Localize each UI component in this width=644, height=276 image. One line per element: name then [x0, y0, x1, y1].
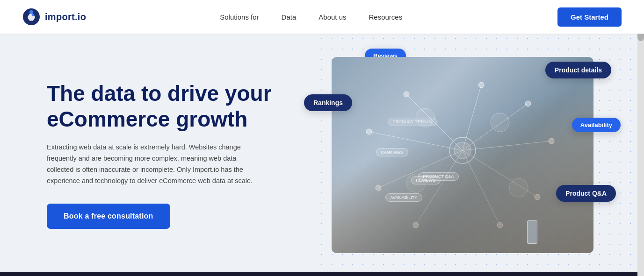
- badge-availability: Availability: [572, 118, 621, 132]
- book-consultation-button[interactable]: Book a free consultation: [47, 204, 170, 229]
- nav-solutions[interactable]: Solutions for: [220, 13, 259, 21]
- get-started-button[interactable]: Get Started: [557, 7, 622, 27]
- small-label-product-details: PRODUCT DETAILS: [388, 118, 437, 126]
- nav-resources[interactable]: Resources: [369, 13, 403, 21]
- nav-links: Solutions for Data About us Resources: [164, 13, 402, 21]
- hero-content: The data to drive your eCommerce growth …: [47, 81, 290, 228]
- logo-icon: [22, 8, 40, 26]
- hero-section: The data to drive your eCommerce growth …: [0, 34, 644, 276]
- logo-link[interactable]: import.io: [22, 8, 86, 26]
- small-label-product-qa: PRODUCT Q&A: [418, 172, 459, 181]
- bottom-bar: [0, 272, 644, 276]
- hero-bg: PRODUCT DETAILS RANKINGS REVIEWS PRODUCT…: [332, 57, 593, 253]
- hero-heading: The data to drive your eCommerce growth: [47, 81, 290, 132]
- small-label-availability: AVAILABILITY: [385, 193, 423, 202]
- small-label-rankings: RANKINGS: [376, 148, 408, 156]
- hero-subtext: Extracting web data at scale is extremel…: [47, 142, 257, 187]
- person-overlay: [332, 57, 593, 253]
- logo-text: import.io: [45, 12, 86, 22]
- badge-product-details: Product details: [545, 62, 611, 78]
- svg-point-1: [29, 10, 33, 14]
- glass-decoration: [527, 220, 537, 244]
- scrollbar[interactable]: [637, 0, 644, 276]
- badge-product-qa: Product Q&A: [556, 185, 616, 202]
- hero-image-area: Reviews: [318, 57, 607, 253]
- hero-image: PRODUCT DETAILS RANKINGS REVIEWS PRODUCT…: [332, 57, 593, 253]
- navbar: import.io Solutions for Data About us Re…: [0, 0, 644, 34]
- badge-rankings: Rankings: [304, 94, 352, 111]
- svg-point-2: [32, 14, 34, 16]
- nav-data[interactable]: Data: [282, 13, 297, 21]
- nav-about[interactable]: About us: [318, 13, 346, 21]
